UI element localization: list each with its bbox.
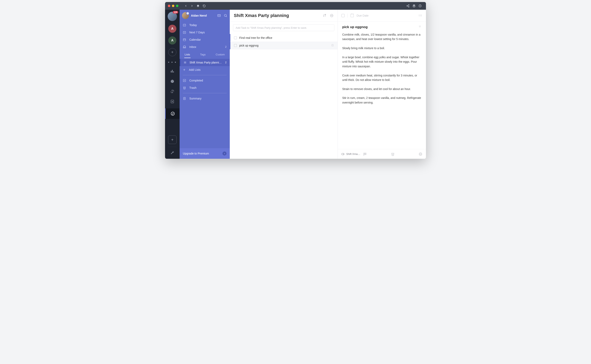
nav-label: Next 7 Days <box>189 31 205 34</box>
app-rail: 139 A A + ● ● ● + <box>165 10 180 159</box>
nav-completed[interactable]: Completed <box>180 77 230 84</box>
divider <box>183 93 227 93</box>
settings-icon[interactable] <box>168 150 176 156</box>
task-detail-panel: Due Date !!! pick up eggnog Combine milk… <box>338 10 426 159</box>
project-link[interactable]: Shift Xma… <box>341 152 360 156</box>
nav-today[interactable]: 17 Today <box>180 21 230 29</box>
add-app-button[interactable]: + <box>168 136 176 144</box>
svg-point-2 <box>408 6 409 7</box>
add-list-label: Add Lists <box>189 68 201 72</box>
add-list-button[interactable]: Add Lists <box>180 66 230 73</box>
upgrade-banner[interactable]: Upgrade to Premium › <box>180 148 230 159</box>
more-icon[interactable] <box>419 152 422 156</box>
detail-body: pick up eggnog Combine milk, cloves, 1/2… <box>338 21 426 149</box>
detail-title[interactable]: pick up eggnog <box>342 25 368 29</box>
nav-trash[interactable]: Trash <box>180 84 230 91</box>
svg-rect-8 <box>173 72 174 73</box>
inbox-count: 2 <box>225 46 227 48</box>
detail-description[interactable]: Combine milk, cloves, 1/2 teaspoon vanil… <box>342 32 422 105</box>
nav-summary[interactable]: Summary <box>180 95 230 102</box>
project-name: Shift Xma… <box>346 152 360 156</box>
svg-point-12 <box>224 14 227 17</box>
box-icon[interactable] <box>168 78 176 84</box>
sidebar-header: Aidan Nerol <box>180 10 230 21</box>
add-workspace-button[interactable]: + <box>168 48 176 56</box>
search-icon[interactable] <box>224 14 227 17</box>
nav-label: Inbox <box>189 45 196 49</box>
svg-point-42 <box>364 154 365 154</box>
plus-icon <box>183 68 187 71</box>
nav-calendar[interactable]: Calendar <box>180 36 230 43</box>
svg-rect-30 <box>325 14 326 15</box>
minimize-window-button[interactable] <box>172 5 174 7</box>
task-title: pick up eggnog <box>239 44 259 47</box>
sync-icon[interactable] <box>168 88 176 95</box>
detail-checkbox[interactable] <box>341 14 345 17</box>
mail-icon[interactable] <box>217 14 221 17</box>
delete-icon[interactable] <box>391 152 395 156</box>
nav-label: Summary <box>189 97 201 100</box>
tab-custom[interactable]: Custom <box>215 52 225 58</box>
maximize-window-button[interactable] <box>176 5 178 7</box>
due-date-label[interactable]: Due Date <box>357 14 369 17</box>
svg-point-32 <box>331 15 331 16</box>
task-row[interactable]: pick up eggnog <box>230 42 338 49</box>
priority-flag-icon[interactable]: !!! <box>419 14 422 17</box>
task-row[interactable]: Find real tree for the office <box>230 34 338 42</box>
svg-rect-35 <box>332 44 333 46</box>
more-menu[interactable]: ● ● ● <box>168 60 176 64</box>
nav-next-7-days[interactable]: M Next 7 Days <box>180 29 230 36</box>
svg-rect-6 <box>171 71 171 72</box>
layers-button[interactable] <box>411 3 417 9</box>
user-name: Aidan Nerol <box>191 14 207 17</box>
home-button[interactable] <box>195 3 201 9</box>
back-button[interactable] <box>183 3 189 9</box>
svg-point-0 <box>408 4 409 5</box>
sort-icon[interactable] <box>323 14 326 17</box>
forward-button[interactable] <box>189 3 195 9</box>
nav-inbox[interactable]: Inbox 2 <box>180 43 230 51</box>
svg-rect-25 <box>183 79 186 82</box>
more-icon[interactable] <box>330 14 333 17</box>
calendar-icon <box>183 38 187 41</box>
close-window-button[interactable] <box>168 5 170 7</box>
svg-line-13 <box>226 16 227 17</box>
svg-rect-7 <box>172 70 173 72</box>
task-checkbox[interactable] <box>234 36 237 39</box>
nav-label: Today <box>189 23 197 27</box>
tab-lists[interactable]: Lists <box>184 52 190 58</box>
active-app-tasks[interactable] <box>165 108 180 119</box>
svg-point-33 <box>331 15 332 16</box>
filter-icon[interactable] <box>418 25 422 29</box>
check-circle-icon <box>169 110 177 117</box>
calendar-today-icon: 17 <box>183 23 187 27</box>
inbox-icon <box>183 45 187 49</box>
svg-point-1 <box>407 6 408 6</box>
workspace-a1[interactable]: A <box>168 25 176 33</box>
user-avatar[interactable] <box>182 12 189 19</box>
detail-footer: Shift Xma… <box>338 149 426 159</box>
list-name: Shift Xmas Party planni… <box>189 61 222 64</box>
comment-icon[interactable] <box>363 152 367 156</box>
add-task-input[interactable]: Add Task to "Shift Xmas Party planning",… <box>233 24 334 31</box>
calendar-icon[interactable] <box>351 14 354 17</box>
svg-line-4 <box>408 6 409 7</box>
note-icon <box>331 44 334 47</box>
svg-point-48 <box>421 154 421 154</box>
upgrade-label: Upgrade to Premium <box>183 152 209 155</box>
list-count: 2 <box>225 61 227 64</box>
bookmark-icon[interactable] <box>168 98 176 105</box>
reload-button[interactable] <box>201 3 207 9</box>
share-button[interactable] <box>405 3 411 9</box>
tab-tags[interactable]: Tags <box>200 52 206 58</box>
account-avatar[interactable]: 139 <box>168 12 177 21</box>
list-shift-xmas-party[interactable]: Shift Xmas Party planni… 2 <box>180 59 230 66</box>
workspace-a2[interactable]: A <box>168 36 176 45</box>
task-checkbox[interactable] <box>234 44 237 47</box>
svg-rect-41 <box>342 153 344 155</box>
svg-text:M: M <box>184 32 185 33</box>
analytics-icon[interactable] <box>168 68 176 74</box>
history-button[interactable] <box>417 3 423 9</box>
svg-point-47 <box>420 154 421 154</box>
list-icon <box>183 61 187 64</box>
